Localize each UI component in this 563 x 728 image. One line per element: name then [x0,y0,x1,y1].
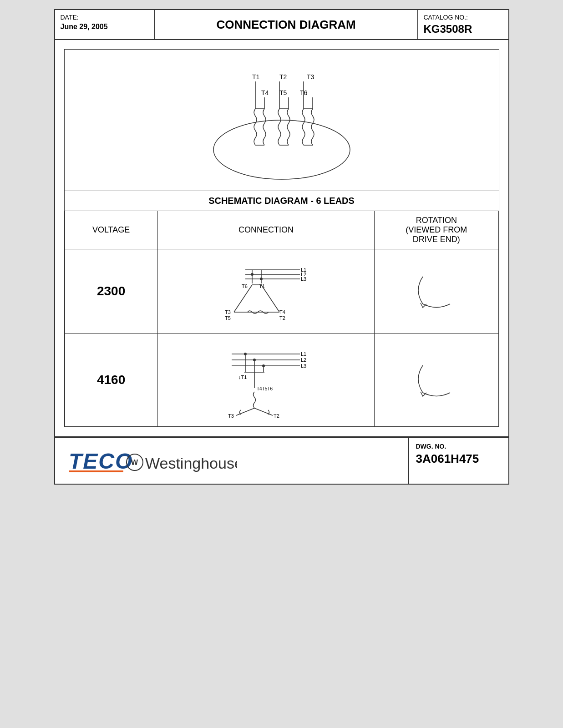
table-row-2300: 2300 L1 L2 L3 [65,249,498,334]
schematic-diagram-area: T1 T2 T3 T4 T5 T6 [65,50,499,191]
table-header-row: VOLTAGE CONNECTION ROTATION(VIEWED FROMD… [65,211,498,249]
svg-text:T6: T6 [242,283,248,289]
svg-text:T2: T2 [279,73,287,81]
svg-text:T1: T1 [252,73,260,81]
svg-point-0 [213,120,350,179]
table-row-4160: 4160 L1 L2 L3 [65,334,498,427]
svg-text:T3: T3 [225,309,231,315]
delta-diagram: L1 L2 L3 T6 T1 [209,254,323,327]
svg-text:↓T1: ↓T1 [238,374,247,380]
date-value: June 29, 2005 [61,23,149,31]
svg-text:TECO: TECO [69,449,133,473]
svg-text:T5: T5 [279,89,287,96]
svg-text:T5: T5 [225,315,231,321]
svg-line-30 [234,285,252,312]
rotation-arc-4160 [409,356,464,402]
svg-line-58 [254,408,273,415]
svg-text:T4T5T6: T4T5T6 [257,386,273,391]
motor-coil-diagram: T1 T2 T3 T4 T5 T6 [195,59,368,186]
svg-text:L2: L2 [301,357,306,363]
col-voltage-header: VOLTAGE [65,211,157,249]
svg-text:L3: L3 [301,276,306,282]
svg-text:T3: T3 [307,73,314,81]
svg-text:T3: T3 [228,413,234,419]
svg-text:T2: T2 [279,315,285,321]
footer-dwg-section: DWG. NO. 3A061H475 [408,438,508,484]
svg-line-31 [261,285,279,312]
rotation-arc-2300 [409,268,464,313]
header-title: CONNECTION DIAGRAM [155,10,417,39]
dwg-value: 3A061H475 [416,452,502,466]
teco-westinghouse-logo: TECO W Westinghouse [64,445,237,477]
svg-text:W: W [131,459,138,466]
col-rotation-header: ROTATION(VIEWED FROMDRIVE END) [375,211,498,249]
rotation-2300 [375,249,498,334]
date-label: DATE: [61,14,149,21]
dwg-label: DWG. NO. [416,443,502,450]
rotation-4160 [375,334,498,427]
voltage-4160: 4160 [65,334,157,427]
svg-text:T4: T4 [261,89,269,96]
connection-table: VOLTAGE CONNECTION ROTATION(VIEWED FROMD… [65,211,499,427]
schematic-section: T1 T2 T3 T4 T5 T6 [64,49,499,427]
header-catalog-section: CATALOG NO.: KG3508R [417,10,508,39]
header: DATE: June 29, 2005 CONNECTION DIAGRAM C… [55,10,508,40]
catalog-value: KG3508R [424,23,503,35]
connection-4160: L1 L2 L3 [157,334,375,427]
coil-container: T1 T2 T3 T4 T5 T6 [74,59,490,186]
page: DATE: June 29, 2005 CONNECTION DIAGRAM C… [54,9,509,485]
schematic-title: SCHEMATIC DIAGRAM - 6 LEADS [65,191,499,211]
svg-text:L1: L1 [301,351,306,357]
header-date-section: DATE: June 29, 2005 [55,10,155,39]
footer-logo-section: TECO W Westinghouse [55,438,408,484]
svg-text:T4: T4 [279,309,285,315]
svg-line-57 [236,408,254,415]
svg-text:L3: L3 [301,363,306,369]
main-content: T1 T2 T3 T4 T5 T6 [55,40,508,437]
svg-text:Westinghouse: Westinghouse [145,455,237,472]
connection-2300: L1 L2 L3 T6 T1 [157,249,375,334]
svg-text:T2: T2 [274,413,279,419]
voltage-2300: 2300 [65,249,157,334]
wye-diagram: L1 L2 L3 [209,338,323,420]
catalog-label: CATALOG NO.: [424,14,503,21]
footer: TECO W Westinghouse DWG. NO. 3A061H475 [55,437,508,484]
col-connection-header: CONNECTION [157,211,375,249]
